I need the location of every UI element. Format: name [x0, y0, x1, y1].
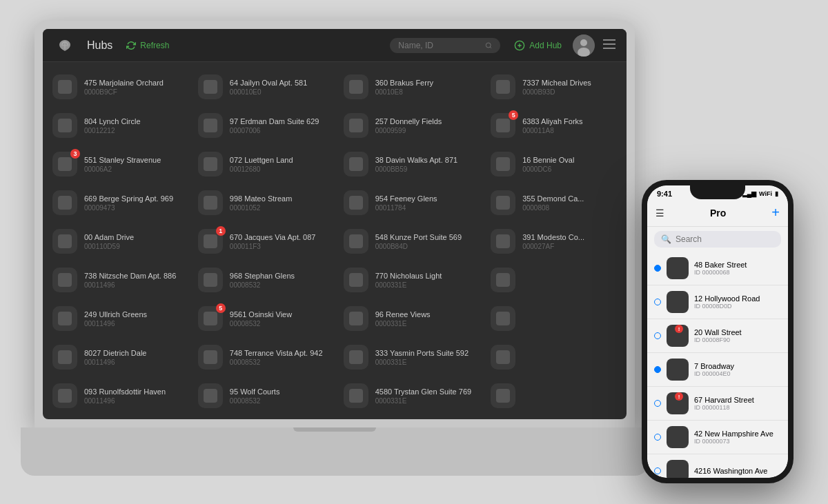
phone-indicator	[654, 400, 661, 407]
hub-icon	[491, 383, 515, 408]
battery-icon: ▮	[775, 190, 778, 197]
hub-icon	[198, 268, 223, 292]
hub-name: 16 Bennie Oval	[522, 156, 617, 164]
hub-item[interactable]: 59561 Osinski View00008532	[188, 299, 334, 338]
hub-item[interactable]: 093 Runolfsdottir Haven00011496	[43, 376, 188, 415]
search-input[interactable]	[398, 41, 480, 50]
hub-item[interactable]: 4580 Trystan Glen Suite 7690000331E	[334, 376, 481, 415]
hub-icon: 1	[198, 229, 223, 254]
hub-info: 548 Kunze Port Suite 5690000B84D	[375, 233, 471, 250]
hub-item[interactable]: 01 Greenholt Well00011496	[43, 415, 188, 419]
hub-item[interactable]: 8027 Dietrich Dale00011496	[43, 338, 188, 376]
hub-id: 00011496	[84, 397, 179, 405]
hub-item[interactable]: 95 Wolf Courts00008532	[188, 376, 334, 415]
add-hub-label: Add Hub	[529, 41, 562, 50]
hub-icon	[52, 229, 77, 254]
hub-item[interactable]: 998 Mateo Stream00001052	[188, 183, 334, 222]
hub-item[interactable]: 072 Luettgen Land00012680	[188, 145, 334, 183]
hub-item[interactable]: 1670 Jacques Via Apt. 087000011F3	[188, 222, 334, 261]
phone-list-item[interactable]: 48 Baker StreetID 00000068	[647, 252, 788, 285]
phone-add-button[interactable]: +	[771, 205, 780, 221]
hub-item[interactable]: 333 Yasmin Ports Suite 5920000331E	[334, 338, 481, 376]
hub-name: 6383 Aliyah Forks	[522, 117, 617, 125]
phone-hub-info: 7 BroadwayID 000004E0	[694, 362, 781, 377]
hub-icon	[198, 113, 223, 138]
hub-item[interactable]: 249 Ullrich Greens00011496	[43, 299, 188, 338]
hub-item[interactable]: 475 Marjolaine Orchard0000B9CF	[43, 68, 188, 106]
hub-icon	[198, 152, 223, 177]
add-hub-button[interactable]: Add Hub	[514, 40, 562, 51]
hub-name: 355 Demond Ca...	[522, 194, 617, 203]
phone-list-item[interactable]: 4216 Washington Ave	[647, 454, 788, 478]
hub-icon	[198, 190, 223, 215]
hub-item[interactable]: 954 Feeney Glens00011784	[334, 183, 481, 222]
phone-list-item[interactable]: 7 BroadwayID 000004E0	[647, 353, 788, 387]
hub-info	[522, 395, 617, 396]
hub-badge: 3	[70, 149, 80, 159]
search-bar[interactable]	[390, 38, 500, 53]
hub-item[interactable]: 16 Bennie Oval0000DC6	[481, 145, 627, 183]
hub-item[interactable]: 391 Modesto Co...000027AF	[481, 222, 627, 261]
hub-item[interactable]: 56383 Aliyah Forks000011A8	[481, 106, 627, 145]
hub-item[interactable]: 804 Lynch Circle00012212	[43, 106, 188, 145]
hub-item[interactable]: 05 Hallie Unions00008532	[188, 415, 334, 419]
hub-id: 0000B93D	[522, 88, 617, 96]
hub-info: 391 Modesto Co...000027AF	[522, 233, 617, 250]
hub-item[interactable]: 257 Donnelly Fields00009599	[334, 106, 481, 145]
hub-item[interactable]	[481, 261, 627, 299]
hub-item[interactable]: 738 Nitzsche Dam Apt. 88600011496	[43, 261, 188, 299]
hub-item[interactable]: 3551 Stanley Stravenue00006A2	[43, 145, 188, 183]
hub-name: 7337 Micheal Drives	[522, 79, 617, 87]
phone-hub-id: ID 000004E0	[694, 370, 781, 377]
hub-name: 770 Nicholaus Light	[375, 272, 471, 280]
phone-search-bar[interactable]: 🔍	[654, 231, 781, 248]
hub-item[interactable]: 968 Stephan Glens00008532	[188, 261, 334, 299]
refresh-button[interactable]: Refresh	[126, 41, 169, 50]
hub-name: 360 Brakus Ferry	[375, 79, 471, 87]
phone-list-item[interactable]: 12 Hollywood RoadID 00008D0D	[647, 285, 788, 319]
hub-item[interactable]	[481, 299, 627, 338]
hub-name: 257 Donnelly Fields	[375, 117, 471, 125]
hub-icon: 5	[491, 113, 515, 138]
hub-item[interactable]	[481, 415, 627, 419]
menu-icon[interactable]	[603, 38, 615, 52]
hub-item[interactable]: 74 Westley Haven Suite 2090000331E	[334, 415, 481, 419]
hub-icon: 3	[52, 152, 77, 177]
phone-list-item[interactable]: !20 Wall StreetID 00008F90	[647, 319, 788, 353]
hub-item[interactable]: 00 Adam Drive000110D59	[43, 222, 188, 261]
hub-item[interactable]: 669 Berge Spring Apt. 96900009473	[43, 183, 188, 222]
phone-list-item[interactable]: !67 Harvard StreetID 00000118	[647, 387, 788, 421]
phone-menu-icon[interactable]: ☰	[656, 208, 664, 219]
hub-id: 00008532	[230, 281, 324, 289]
hub-name: 8027 Dietrich Dale	[84, 349, 179, 357]
hub-item[interactable]: 355 Demond Ca...0000808	[481, 183, 627, 222]
phone-list-item[interactable]: 42 New Hampshire AveID 00000073	[647, 421, 788, 454]
hub-id: 00007006	[230, 127, 324, 134]
wifi-icon: WiFi	[759, 190, 772, 197]
hub-name: 954 Feeney Glens	[375, 194, 471, 203]
phone-hub-name: 42 New Hampshire Ave	[694, 430, 781, 438]
hub-item[interactable]: 548 Kunze Port Suite 5690000B84D	[334, 222, 481, 261]
hub-info: 64 Jailyn Oval Apt. 581000010E0	[230, 79, 324, 96]
phone-status-icons: ▂▄▆ WiFi ▮	[742, 190, 778, 197]
hub-item[interactable]: 64 Jailyn Oval Apt. 581000010E0	[188, 68, 334, 106]
phone-search-input[interactable]	[676, 234, 779, 244]
hub-item[interactable]: 38 Davin Walks Apt. 8710000BB59	[334, 145, 481, 183]
hub-id: 00008532	[230, 320, 324, 327]
hub-info: 968 Stephan Glens00008532	[230, 272, 324, 289]
hub-id: 000011A8	[522, 127, 617, 134]
hub-item[interactable]: 96 Renee Views0000331E	[334, 299, 481, 338]
hub-item[interactable]	[481, 376, 627, 415]
hub-item[interactable]: 97 Erdman Dam Suite 62900007006	[188, 106, 334, 145]
phone-app-title: Pro	[710, 208, 726, 219]
hub-id: 000110D59	[84, 243, 179, 250]
user-avatar[interactable]	[573, 34, 595, 57]
hub-info: 670 Jacques Via Apt. 087000011F3	[230, 233, 324, 250]
hub-name: 333 Yasmin Ports Suite 592	[375, 349, 471, 357]
hub-item[interactable]: 770 Nicholaus Light0000331E	[334, 261, 481, 299]
hub-item[interactable]: 748 Terrance Vista Apt. 94200008532	[188, 338, 334, 376]
hub-item[interactable]: 7337 Micheal Drives0000B93D	[481, 68, 627, 106]
hub-item[interactable]	[481, 338, 627, 376]
hub-item[interactable]: 360 Brakus Ferry00010E8	[334, 68, 481, 106]
hub-id: 0000BB59	[375, 165, 471, 173]
